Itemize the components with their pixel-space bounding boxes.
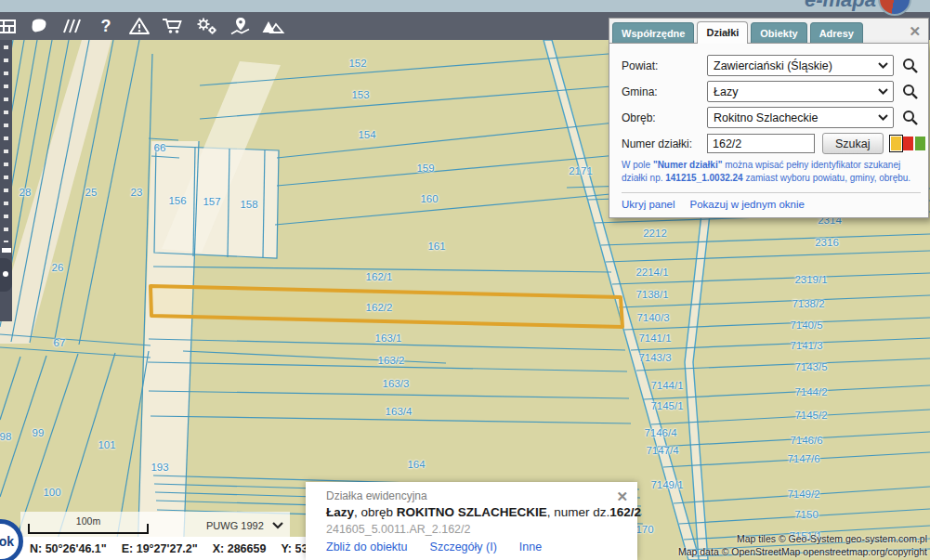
slashes-icon[interactable]	[60, 14, 85, 38]
highlight-color-swatch[interactable]	[891, 137, 901, 150]
parcel-info-popup: Działka ewidencyjna ✕ Łazy, obręb ROKITN…	[306, 482, 637, 560]
zbliz-do-obiektu-link[interactable]: Zbliż do obiektu	[326, 540, 408, 553]
parcel-label: 162/2	[366, 302, 393, 313]
parcel-label: 154	[358, 129, 375, 140]
parcel-label: 7138/2	[792, 298, 824, 309]
parcel-label: 2171	[569, 165, 593, 176]
powiat-value: Zawierciański (Śląskie)	[714, 59, 832, 72]
slider-handle[interactable]	[0, 258, 12, 292]
close-icon[interactable]: ✕	[909, 23, 921, 40]
cart-icon[interactable]	[161, 14, 185, 38]
parcel-label: 153	[351, 89, 369, 100]
gmina-select[interactable]: Łazy	[707, 81, 894, 102]
parcel-label: 7140/5	[790, 319, 822, 331]
parcel-label: 25	[85, 187, 98, 198]
chevron-down-icon	[878, 114, 888, 121]
map-pin-icon[interactable]	[228, 14, 252, 38]
highlight-color-swatch[interactable]	[915, 137, 925, 150]
parcel-label: 99	[33, 427, 45, 438]
parcel-label: 7144/1	[650, 380, 683, 391]
crs-value: PUWG 1992	[206, 520, 264, 531]
gmina-value: Łazy	[714, 85, 738, 98]
parcel-label: 23	[131, 187, 143, 198]
inne-link[interactable]: Inne	[519, 540, 542, 553]
obreb-select[interactable]: Rokitno Szlacheckie	[707, 107, 894, 128]
parcel-label: 7146/6	[790, 435, 822, 446]
parcel-label: 7144/2	[794, 386, 827, 397]
close-icon[interactable]: ✕	[616, 488, 628, 505]
parcel-label: 2316	[815, 237, 839, 248]
parcel-label: 160	[420, 193, 438, 204]
parcel-label: 101	[98, 439, 115, 450]
parcel-label: 156	[168, 195, 186, 206]
parcel-label: 7149/1	[650, 479, 683, 490]
chevron-down-icon	[878, 62, 888, 69]
parcel-label: 161	[427, 241, 445, 252]
parcel-label: 7145/1	[650, 400, 683, 411]
slider-mark	[2, 248, 11, 253]
search-icon[interactable]	[902, 58, 918, 73]
svg-text:?: ?	[101, 17, 111, 35]
coord-n: N: 50°26'46.1"	[30, 542, 107, 555]
parcel-label: 158	[240, 199, 257, 210]
grid-icon[interactable]	[0, 14, 18, 38]
parcel-label: 7141/3	[790, 340, 822, 351]
parcel-label: 7140/3	[636, 312, 669, 323]
parcel-label: 170	[635, 524, 653, 535]
left-edge-toolstrip[interactable]	[0, 40, 12, 321]
parcel-label: 98	[0, 431, 11, 442]
parcel-label: 7147/4	[646, 445, 678, 456]
warning-icon[interactable]	[127, 14, 151, 38]
parcel-number-input[interactable]	[707, 134, 815, 153]
chevron-down-icon	[272, 522, 283, 529]
szukaj-button[interactable]: Szukaj	[822, 133, 884, 154]
parcel-label: 193	[151, 462, 168, 473]
ukryj-panel-link[interactable]: Ukryj panel	[622, 199, 675, 210]
szczegoly-link[interactable]: Szczegóły (I)	[430, 540, 497, 553]
search-icon[interactable]	[902, 110, 918, 125]
parcel-label: 163/4	[386, 406, 413, 417]
tab-obiekty[interactable]: Obiekty	[751, 22, 806, 43]
scale-bar	[28, 532, 149, 534]
gmina-label: Gmina:	[622, 85, 707, 98]
parcel-label: 7141/1	[638, 332, 671, 344]
attribution-data[interactable]: Map data © OpenStreetMap openstreetmap.o…	[678, 546, 927, 559]
panel-links: Ukryj panel Pokazuj w jednym oknie	[622, 192, 921, 212]
panel-body: Powiat: Zawierciański (Śląskie) Gmina: Ł…	[609, 43, 929, 218]
parcel-label: 7143/3	[638, 352, 671, 363]
terrain-icon[interactable]	[261, 14, 285, 38]
popup-title: Działka ewidencyjna	[326, 489, 628, 502]
tab-dzialki[interactable]: Działki	[697, 21, 748, 44]
chevron-down-icon	[878, 88, 888, 95]
crs-selector[interactable]: PUWG 1992	[206, 520, 283, 531]
pokazuj-w-jednym-oknie-link[interactable]: Pokazuj w jednym oknie	[690, 199, 805, 210]
parcel-label: 26	[52, 262, 64, 273]
powiat-label: Powiat:	[622, 59, 707, 72]
parcel-label: 7149/2	[787, 488, 819, 500]
tick-marks	[4, 46, 8, 242]
help-icon[interactable]: ?	[94, 14, 118, 38]
obreb-label: Obręb:	[622, 111, 707, 124]
parcel-label: 7145/2	[794, 410, 827, 421]
parcel-label: 157	[203, 196, 220, 207]
tab-adresy[interactable]: Adresy	[810, 22, 863, 43]
parcel-label: 2214/1	[635, 267, 668, 278]
parcel-label: 2319/1	[794, 274, 827, 285]
parcel-label: 7138/1	[635, 289, 668, 300]
parcel-label: 100	[43, 487, 60, 498]
obreb-value: Rokitno Szlacheckie	[714, 111, 819, 124]
polygon-icon[interactable]	[27, 14, 51, 38]
parcel-label: 164	[407, 459, 425, 470]
attribution-tiles[interactable]: Map tiles © Geo-System geo-system.com.pl	[678, 533, 927, 546]
search-panel: Współrzędne Działki Obiekty Adresy ✕ Pow…	[609, 18, 929, 218]
coord-e: E: 19°27'27.2"	[122, 542, 198, 555]
powiat-select[interactable]: Zawierciański (Śląskie)	[707, 55, 894, 76]
gear-icon[interactable]	[194, 14, 218, 38]
parcel-label: 2212	[643, 228, 667, 239]
tab-wspolrzedne[interactable]: Współrzędne	[612, 22, 694, 43]
parcel-label: 159	[416, 163, 434, 174]
parcel-label: 163/2	[378, 355, 405, 366]
search-icon[interactable]	[902, 84, 918, 99]
highlight-color-swatch[interactable]	[903, 137, 913, 150]
parcel-label: 163/1	[375, 332, 402, 344]
